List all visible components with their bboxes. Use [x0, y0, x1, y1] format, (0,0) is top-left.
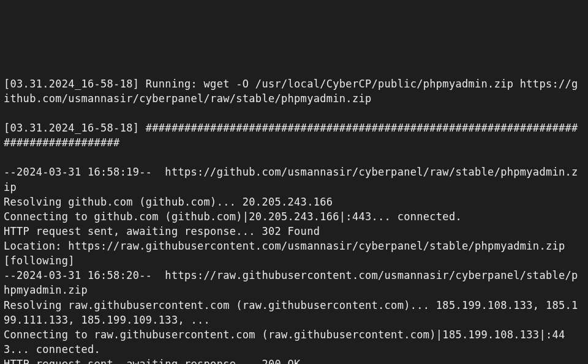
log-line: --2024-03-31 16:58:20-- https://raw.gith… — [4, 269, 578, 296]
log-line: [03.31.2024_16-58-18] Running: wget -O /… — [4, 78, 578, 105]
log-line: HTTP request sent, awaiting response... … — [4, 358, 301, 364]
log-line: Resolving raw.githubusercontent.com (raw… — [4, 299, 578, 326]
log-line: HTTP request sent, awaiting response... … — [4, 225, 320, 237]
log-line: Connecting to raw.githubusercontent.com … — [4, 329, 565, 355]
log-line: [03.31.2024_16-58-18] ##################… — [4, 122, 578, 149]
terminal-output: [03.31.2024_16-58-18] Running: wget -O /… — [4, 62, 584, 365]
log-line: Location: https://raw.githubusercontent.… — [4, 240, 571, 267]
log-line: Connecting to github.com (github.com)|20… — [4, 210, 462, 223]
log-line: Resolving github.com (github.com)... 20.… — [4, 196, 333, 208]
log-line: --2024-03-31 16:58:19-- https://github.c… — [4, 166, 578, 193]
